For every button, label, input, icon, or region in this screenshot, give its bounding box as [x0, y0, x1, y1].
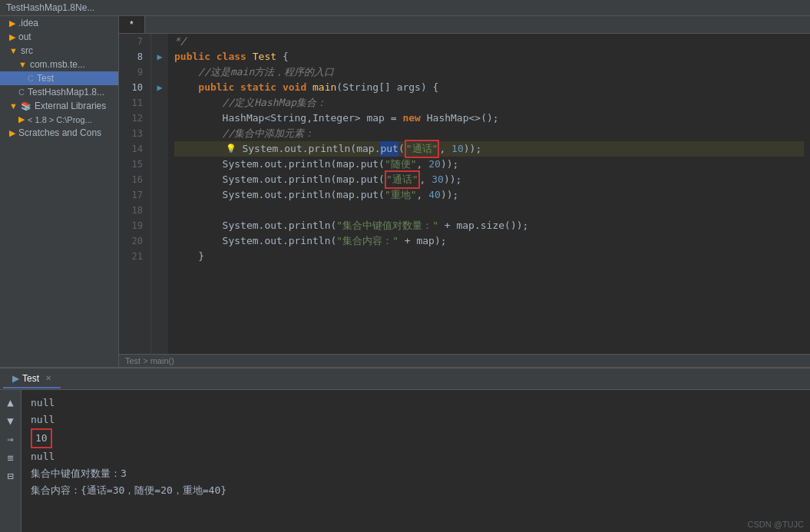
sidebar-item-out[interactable]: ▶ out	[0, 30, 118, 44]
lib-open-icon: ▼	[9, 101, 18, 111]
code-line-14: 💡 System.out.println(map.put("通话", 10));	[174, 141, 804, 157]
sidebar-item-label: .idea	[18, 18, 38, 28]
line-num-21: 21	[122, 249, 147, 264]
gutter-12	[151, 111, 168, 126]
sidebar-item-label: com.msb.te...	[30, 59, 85, 70]
line-num-18: 18	[122, 203, 147, 218]
console-output: null null 10 null 集合中键值对数量：3 集合内容：{通话=30…	[21, 390, 810, 532]
console-output-line-4: null	[31, 448, 801, 465]
line-num-15: 15	[122, 157, 147, 172]
title-bar: TestHashMap1.8Ne...	[0, 0, 810, 16]
editor-area: * 7 8 9 10 11 12 13 14 15 16 17 18 19 20…	[119, 16, 810, 367]
watermark: CSDN @TUJC	[748, 520, 805, 529]
line-num-16: 16	[122, 172, 147, 187]
line-num-20: 20	[122, 233, 147, 249]
code-line-9: //这是main方法，程序的入口	[174, 64, 804, 80]
console-tabs: ▶ Test ✕	[0, 368, 810, 390]
console-area: ▶ Test ✕ ▲ ▼ ⇒ ≡ ⊟ null null 10 null	[0, 367, 810, 532]
line-num-19: 19	[122, 218, 147, 233]
code-line-16: System.out.println(map.put("通话", 30));	[174, 172, 804, 187]
gutter-16	[151, 172, 168, 187]
code-line-18	[174, 203, 804, 218]
line-num-13: 13	[122, 126, 147, 141]
line-num-7: 7	[122, 34, 147, 49]
sidebar-item-test-class[interactable]: C Test	[0, 71, 118, 85]
gutter-9	[151, 64, 168, 80]
code-line-7: */	[174, 34, 804, 49]
sidebar-item-label: out	[18, 31, 31, 42]
console-down-btn[interactable]: ▼	[3, 413, 18, 428]
sidebar-item-src[interactable]: ▼ src	[0, 44, 118, 58]
line-num-9: 9	[122, 64, 147, 80]
folder-icon: ▶	[18, 114, 25, 124]
gutter-10[interactable]: ▶	[151, 80, 168, 95]
console-tab-close[interactable]: ✕	[45, 374, 51, 382]
breadcrumb: Test > main()	[119, 354, 810, 367]
folder-icon: ▶	[9, 128, 15, 138]
code-line-20: System.out.println("集合内容：" + map);	[174, 233, 804, 249]
gutter-14	[151, 141, 168, 157]
class-icon: C	[18, 88, 25, 97]
code-editor[interactable]: */ public class Test { //这是main方法，程序的入口 …	[168, 34, 810, 354]
lib-icon: 📚	[21, 101, 31, 111]
gutter-21	[151, 249, 168, 264]
line-num-10: 10	[122, 80, 147, 95]
sidebar: ▶ .idea ▶ out ▼ src ▼ com.msb.te... C Te…	[0, 16, 119, 367]
class-icon: C	[28, 74, 34, 83]
console-output-line-2: null	[31, 411, 801, 428]
sidebar-item-label: TestHashMap1.8...	[28, 87, 104, 97]
console-tab-icon: ▶	[12, 373, 19, 384]
code-line-11: //定义HashMap集合：	[174, 95, 804, 111]
console-up-btn[interactable]: ▲	[3, 395, 18, 410]
gutter-19	[151, 218, 168, 233]
sidebar-item-jdk[interactable]: ▶ < 1.8 > C:\Prog...	[0, 113, 118, 126]
line-num-11: 11	[122, 95, 147, 111]
console-output-line-5: 集合中键值对数量：3	[31, 465, 801, 482]
code-line-15: System.out.println(map.put("随便", 20));	[174, 157, 804, 172]
line-num-14: 14	[122, 141, 147, 157]
tab-label: *	[130, 19, 134, 30]
gutter-8[interactable]: ▶	[151, 49, 168, 64]
line-numbers: 7 8 9 10 11 12 13 14 15 16 17 18 19 20 2…	[119, 34, 151, 354]
sidebar-item-package[interactable]: ▼ com.msb.te...	[0, 58, 118, 71]
sidebar-item-idea[interactable]: ▶ .idea	[0, 16, 118, 30]
sidebar-item-testhashmap[interactable]: C TestHashMap1.8...	[0, 85, 118, 99]
gutter-11	[151, 95, 168, 111]
console-filter-btn[interactable]: ≡	[3, 450, 18, 465]
code-line-10: public static void main(String[] args) {	[174, 80, 804, 95]
console-highlight-10: 10	[31, 428, 52, 448]
sidebar-item-label: < 1.8 > C:\Prog...	[28, 115, 92, 124]
tab-bar: *	[119, 16, 810, 34]
folder-open-icon: ▼	[9, 46, 18, 55]
gutter-18	[151, 203, 168, 218]
line-num-8: 8	[122, 49, 147, 64]
code-line-12: HashMap<String,Integer> map = new HashMa…	[174, 111, 804, 126]
console-tab-label: Test	[22, 373, 39, 384]
code-line-19: System.out.println("集合中键值对数量：" + map.siz…	[174, 218, 804, 233]
console-output-line-3: 10	[31, 428, 801, 448]
folder-icon: ▶	[9, 32, 15, 42]
console-clear-btn[interactable]: ⊟	[3, 468, 18, 484]
console-rerun-btn[interactable]: ⇒	[3, 431, 18, 447]
gutter-7	[151, 34, 168, 49]
folder-icon: ▶	[9, 18, 15, 28]
line-num-12: 12	[122, 111, 147, 126]
sidebar-item-label: Test	[37, 73, 54, 84]
editor-tab-test[interactable]: *	[119, 16, 145, 33]
console-tab-test[interactable]: ▶ Test ✕	[3, 370, 61, 388]
code-line-21: }	[174, 249, 804, 264]
gutter-15	[151, 157, 168, 172]
code-line-13: //集合中添加元素：	[174, 126, 804, 141]
sidebar-item-label: External Libraries	[35, 101, 106, 111]
editor-content: 7 8 9 10 11 12 13 14 15 16 17 18 19 20 2…	[119, 34, 810, 354]
code-line-17: System.out.println(map.put("重地", 40));	[174, 187, 804, 203]
code-line-8: public class Test {	[174, 49, 804, 64]
gutter-13	[151, 126, 168, 141]
sidebar-item-label: src	[21, 45, 33, 56]
sidebar-item-external-libs[interactable]: ▼ 📚 External Libraries	[0, 99, 118, 113]
console-toolbar: ▲ ▼ ⇒ ≡ ⊟	[0, 390, 21, 532]
console-output-line-1: null	[31, 395, 801, 411]
sidebar-item-label: Scratches and Cons	[18, 127, 101, 138]
sidebar-item-scratches[interactable]: ▶ Scratches and Cons	[0, 126, 118, 140]
bulb-icon[interactable]: 💡	[226, 141, 236, 157]
